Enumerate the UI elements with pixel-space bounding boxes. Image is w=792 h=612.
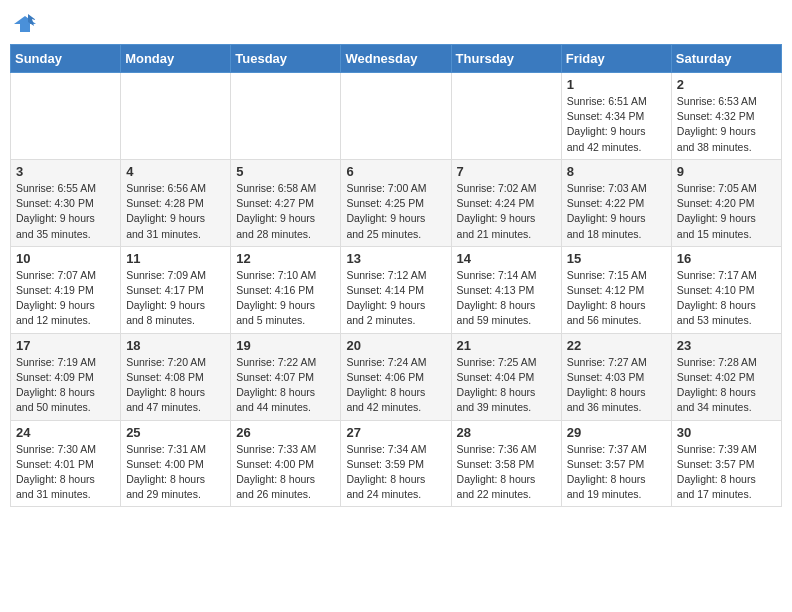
day-number: 28 xyxy=(457,425,556,440)
day-info: Sunrise: 6:58 AM Sunset: 4:27 PM Dayligh… xyxy=(236,181,335,242)
calendar-cell: 9Sunrise: 7:05 AM Sunset: 4:20 PM Daylig… xyxy=(671,159,781,246)
day-number: 17 xyxy=(16,338,115,353)
day-info: Sunrise: 7:31 AM Sunset: 4:00 PM Dayligh… xyxy=(126,442,225,503)
page-header xyxy=(10,10,782,38)
calendar-cell: 20Sunrise: 7:24 AM Sunset: 4:06 PM Dayli… xyxy=(341,333,451,420)
day-info: Sunrise: 7:19 AM Sunset: 4:09 PM Dayligh… xyxy=(16,355,115,416)
calendar-cell: 6Sunrise: 7:00 AM Sunset: 4:25 PM Daylig… xyxy=(341,159,451,246)
calendar-cell: 7Sunrise: 7:02 AM Sunset: 4:24 PM Daylig… xyxy=(451,159,561,246)
day-info: Sunrise: 6:55 AM Sunset: 4:30 PM Dayligh… xyxy=(16,181,115,242)
day-number: 25 xyxy=(126,425,225,440)
day-info: Sunrise: 7:00 AM Sunset: 4:25 PM Dayligh… xyxy=(346,181,445,242)
day-number: 10 xyxy=(16,251,115,266)
calendar-cell: 13Sunrise: 7:12 AM Sunset: 4:14 PM Dayli… xyxy=(341,246,451,333)
day-number: 9 xyxy=(677,164,776,179)
day-info: Sunrise: 7:27 AM Sunset: 4:03 PM Dayligh… xyxy=(567,355,666,416)
day-number: 20 xyxy=(346,338,445,353)
calendar-cell: 11Sunrise: 7:09 AM Sunset: 4:17 PM Dayli… xyxy=(121,246,231,333)
day-number: 7 xyxy=(457,164,556,179)
col-header-tuesday: Tuesday xyxy=(231,45,341,73)
day-info: Sunrise: 7:34 AM Sunset: 3:59 PM Dayligh… xyxy=(346,442,445,503)
day-info: Sunrise: 7:37 AM Sunset: 3:57 PM Dayligh… xyxy=(567,442,666,503)
calendar-cell: 23Sunrise: 7:28 AM Sunset: 4:02 PM Dayli… xyxy=(671,333,781,420)
day-info: Sunrise: 7:28 AM Sunset: 4:02 PM Dayligh… xyxy=(677,355,776,416)
day-info: Sunrise: 7:39 AM Sunset: 3:57 PM Dayligh… xyxy=(677,442,776,503)
calendar-cell: 29Sunrise: 7:37 AM Sunset: 3:57 PM Dayli… xyxy=(561,420,671,507)
day-info: Sunrise: 7:33 AM Sunset: 4:00 PM Dayligh… xyxy=(236,442,335,503)
calendar-cell: 21Sunrise: 7:25 AM Sunset: 4:04 PM Dayli… xyxy=(451,333,561,420)
day-info: Sunrise: 7:24 AM Sunset: 4:06 PM Dayligh… xyxy=(346,355,445,416)
calendar-table: SundayMondayTuesdayWednesdayThursdayFrid… xyxy=(10,44,782,507)
calendar-header-row: SundayMondayTuesdayWednesdayThursdayFrid… xyxy=(11,45,782,73)
calendar-cell: 25Sunrise: 7:31 AM Sunset: 4:00 PM Dayli… xyxy=(121,420,231,507)
day-info: Sunrise: 7:02 AM Sunset: 4:24 PM Dayligh… xyxy=(457,181,556,242)
day-number: 12 xyxy=(236,251,335,266)
col-header-wednesday: Wednesday xyxy=(341,45,451,73)
calendar-cell: 27Sunrise: 7:34 AM Sunset: 3:59 PM Dayli… xyxy=(341,420,451,507)
calendar-cell: 16Sunrise: 7:17 AM Sunset: 4:10 PM Dayli… xyxy=(671,246,781,333)
calendar-cell xyxy=(341,73,451,160)
day-info: Sunrise: 7:25 AM Sunset: 4:04 PM Dayligh… xyxy=(457,355,556,416)
calendar-cell xyxy=(11,73,121,160)
col-header-friday: Friday xyxy=(561,45,671,73)
calendar-week-row: 1Sunrise: 6:51 AM Sunset: 4:34 PM Daylig… xyxy=(11,73,782,160)
day-number: 6 xyxy=(346,164,445,179)
day-number: 14 xyxy=(457,251,556,266)
calendar-cell: 22Sunrise: 7:27 AM Sunset: 4:03 PM Dayli… xyxy=(561,333,671,420)
col-header-saturday: Saturday xyxy=(671,45,781,73)
calendar-cell: 17Sunrise: 7:19 AM Sunset: 4:09 PM Dayli… xyxy=(11,333,121,420)
day-info: Sunrise: 6:56 AM Sunset: 4:28 PM Dayligh… xyxy=(126,181,225,242)
day-number: 8 xyxy=(567,164,666,179)
day-info: Sunrise: 7:30 AM Sunset: 4:01 PM Dayligh… xyxy=(16,442,115,503)
day-number: 15 xyxy=(567,251,666,266)
day-number: 16 xyxy=(677,251,776,266)
day-number: 3 xyxy=(16,164,115,179)
day-info: Sunrise: 7:15 AM Sunset: 4:12 PM Dayligh… xyxy=(567,268,666,329)
calendar-cell: 24Sunrise: 7:30 AM Sunset: 4:01 PM Dayli… xyxy=(11,420,121,507)
calendar-cell: 14Sunrise: 7:14 AM Sunset: 4:13 PM Dayli… xyxy=(451,246,561,333)
calendar-week-row: 10Sunrise: 7:07 AM Sunset: 4:19 PM Dayli… xyxy=(11,246,782,333)
logo xyxy=(10,10,36,38)
calendar-cell: 4Sunrise: 6:56 AM Sunset: 4:28 PM Daylig… xyxy=(121,159,231,246)
day-number: 24 xyxy=(16,425,115,440)
day-info: Sunrise: 7:36 AM Sunset: 3:58 PM Dayligh… xyxy=(457,442,556,503)
day-info: Sunrise: 6:51 AM Sunset: 4:34 PM Dayligh… xyxy=(567,94,666,155)
calendar-week-row: 17Sunrise: 7:19 AM Sunset: 4:09 PM Dayli… xyxy=(11,333,782,420)
calendar-cell: 2Sunrise: 6:53 AM Sunset: 4:32 PM Daylig… xyxy=(671,73,781,160)
col-header-monday: Monday xyxy=(121,45,231,73)
calendar-week-row: 3Sunrise: 6:55 AM Sunset: 4:30 PM Daylig… xyxy=(11,159,782,246)
day-number: 2 xyxy=(677,77,776,92)
day-info: Sunrise: 7:10 AM Sunset: 4:16 PM Dayligh… xyxy=(236,268,335,329)
day-number: 13 xyxy=(346,251,445,266)
calendar-cell: 28Sunrise: 7:36 AM Sunset: 3:58 PM Dayli… xyxy=(451,420,561,507)
logo-bird-icon xyxy=(14,14,36,38)
day-number: 21 xyxy=(457,338,556,353)
day-number: 1 xyxy=(567,77,666,92)
day-number: 30 xyxy=(677,425,776,440)
day-number: 23 xyxy=(677,338,776,353)
day-info: Sunrise: 7:17 AM Sunset: 4:10 PM Dayligh… xyxy=(677,268,776,329)
day-number: 19 xyxy=(236,338,335,353)
calendar-week-row: 24Sunrise: 7:30 AM Sunset: 4:01 PM Dayli… xyxy=(11,420,782,507)
day-info: Sunrise: 6:53 AM Sunset: 4:32 PM Dayligh… xyxy=(677,94,776,155)
col-header-thursday: Thursday xyxy=(451,45,561,73)
calendar-cell: 26Sunrise: 7:33 AM Sunset: 4:00 PM Dayli… xyxy=(231,420,341,507)
calendar-cell xyxy=(451,73,561,160)
day-number: 4 xyxy=(126,164,225,179)
day-info: Sunrise: 7:09 AM Sunset: 4:17 PM Dayligh… xyxy=(126,268,225,329)
calendar-cell: 15Sunrise: 7:15 AM Sunset: 4:12 PM Dayli… xyxy=(561,246,671,333)
calendar-cell: 8Sunrise: 7:03 AM Sunset: 4:22 PM Daylig… xyxy=(561,159,671,246)
day-number: 29 xyxy=(567,425,666,440)
calendar-cell xyxy=(231,73,341,160)
day-info: Sunrise: 7:03 AM Sunset: 4:22 PM Dayligh… xyxy=(567,181,666,242)
calendar-cell: 10Sunrise: 7:07 AM Sunset: 4:19 PM Dayli… xyxy=(11,246,121,333)
col-header-sunday: Sunday xyxy=(11,45,121,73)
day-info: Sunrise: 7:07 AM Sunset: 4:19 PM Dayligh… xyxy=(16,268,115,329)
day-info: Sunrise: 7:05 AM Sunset: 4:20 PM Dayligh… xyxy=(677,181,776,242)
calendar-cell: 1Sunrise: 6:51 AM Sunset: 4:34 PM Daylig… xyxy=(561,73,671,160)
day-info: Sunrise: 7:14 AM Sunset: 4:13 PM Dayligh… xyxy=(457,268,556,329)
calendar-cell: 19Sunrise: 7:22 AM Sunset: 4:07 PM Dayli… xyxy=(231,333,341,420)
calendar-cell: 3Sunrise: 6:55 AM Sunset: 4:30 PM Daylig… xyxy=(11,159,121,246)
day-number: 11 xyxy=(126,251,225,266)
day-number: 27 xyxy=(346,425,445,440)
